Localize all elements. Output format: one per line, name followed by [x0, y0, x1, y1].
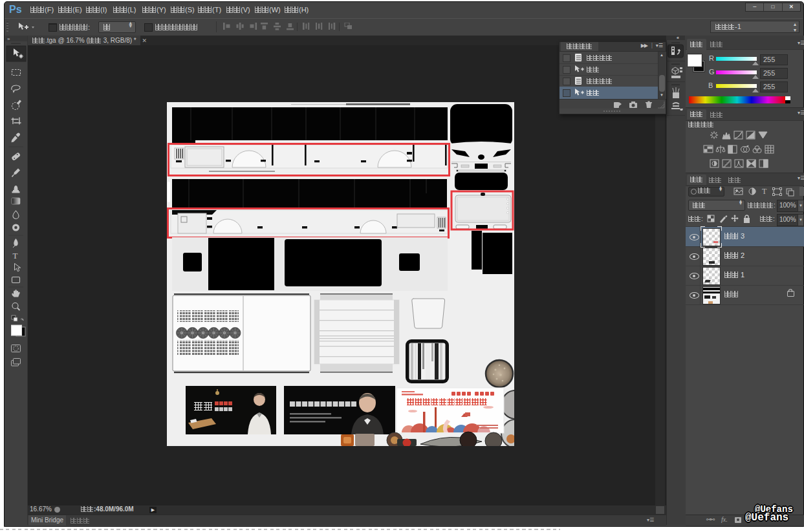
svg-text:«: « — [677, 36, 679, 40]
svg-text:T: T — [762, 187, 767, 196]
svg-text:T: T — [13, 251, 18, 261]
svg-text:»: » — [7, 36, 10, 42]
